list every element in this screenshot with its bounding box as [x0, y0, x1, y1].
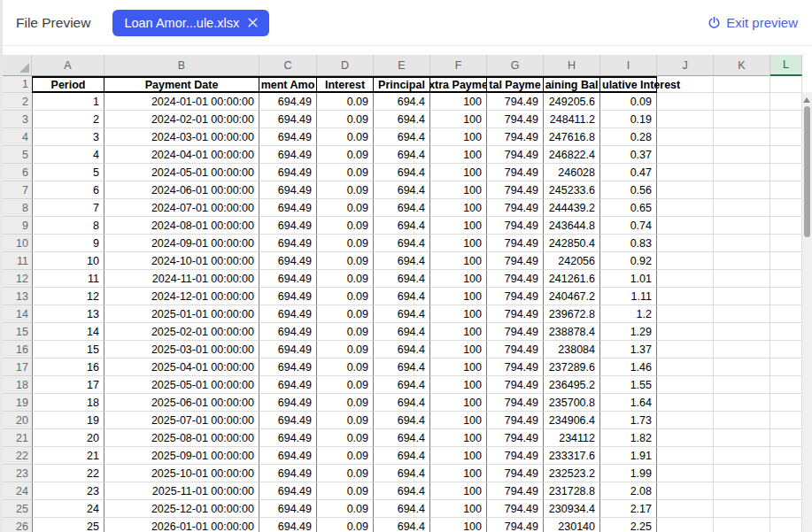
- cell-F7[interactable]: 100: [430, 181, 487, 199]
- cell-L20[interactable]: [770, 412, 802, 429]
- cell-A21[interactable]: 20: [32, 429, 104, 447]
- cell-K2[interactable]: [714, 93, 770, 111]
- cell-A7[interactable]: 6: [32, 181, 104, 199]
- cell-K8[interactable]: [714, 199, 770, 217]
- column-header-J[interactable]: J: [657, 55, 714, 76]
- cell-F24[interactable]: 100: [430, 482, 487, 500]
- row-header-20[interactable]: 20: [3, 412, 32, 429]
- cell-K25[interactable]: [714, 500, 770, 518]
- cell-L21[interactable]: [770, 429, 802, 447]
- cell-E6[interactable]: 694.4: [374, 164, 430, 181]
- cell-E16[interactable]: 694.4: [374, 341, 430, 359]
- cell-J9[interactable]: [657, 217, 714, 235]
- cell-K17[interactable]: [714, 359, 770, 376]
- cell-G9[interactable]: 794.49: [487, 217, 544, 235]
- cell-J23[interactable]: [657, 465, 714, 482]
- cell-I22[interactable]: 1.91: [600, 447, 657, 465]
- cell-C15[interactable]: 694.49: [259, 323, 317, 341]
- header-cell-I1[interactable]: ulative Interest: [600, 76, 657, 93]
- cell-H23[interactable]: 232523.2: [544, 465, 600, 482]
- cell-E10[interactable]: 694.4: [374, 235, 430, 252]
- row-header-17[interactable]: 17: [3, 359, 32, 376]
- cell-J2[interactable]: [657, 93, 714, 111]
- cell-G3[interactable]: 794.49: [487, 111, 544, 128]
- header-cell-C1[interactable]: ment Amo: [259, 76, 317, 93]
- row-header-18[interactable]: 18: [3, 376, 32, 394]
- cell-C18[interactable]: 694.49: [259, 376, 317, 394]
- cell-I17[interactable]: 1.46: [600, 359, 657, 376]
- cell-K4[interactable]: [714, 128, 770, 146]
- cell-A2[interactable]: 1: [32, 93, 104, 111]
- row-header-4[interactable]: 4: [3, 128, 32, 146]
- cell-J6[interactable]: [657, 164, 714, 181]
- cell-A16[interactable]: 15: [32, 341, 104, 359]
- cell-A23[interactable]: 22: [32, 465, 104, 482]
- cell-I4[interactable]: 0.28: [600, 128, 657, 146]
- row-header-3[interactable]: 3: [3, 111, 32, 128]
- cell-D6[interactable]: 0.09: [317, 164, 374, 181]
- cell-C4[interactable]: 694.49: [259, 128, 317, 146]
- cell-F16[interactable]: 100: [430, 341, 487, 359]
- cell-K23[interactable]: [714, 465, 770, 482]
- cell-I15[interactable]: 1.29: [600, 323, 657, 341]
- cell-F25[interactable]: 100: [430, 500, 487, 518]
- cell-G22[interactable]: 794.49: [487, 447, 544, 465]
- cell-J19[interactable]: [657, 394, 714, 412]
- cell-D19[interactable]: 0.09: [317, 394, 374, 412]
- cell-K16[interactable]: [714, 341, 770, 359]
- cell-H2[interactable]: 249205.6: [544, 93, 600, 111]
- column-header-K[interactable]: K: [714, 55, 770, 76]
- cell-K3[interactable]: [714, 111, 770, 128]
- cell-F23[interactable]: 100: [430, 465, 487, 482]
- cell-J12[interactable]: [657, 270, 714, 288]
- cell-D14[interactable]: 0.09: [317, 305, 374, 323]
- cell-A10[interactable]: 9: [32, 235, 104, 252]
- cell-K1[interactable]: [714, 76, 770, 93]
- cell-H15[interactable]: 238878.4: [544, 323, 600, 341]
- cell-K22[interactable]: [714, 447, 770, 465]
- cell-I5[interactable]: 0.37: [600, 146, 657, 164]
- cell-D17[interactable]: 0.09: [317, 359, 374, 376]
- cell-E26[interactable]: 694.4: [374, 518, 430, 532]
- row-header-8[interactable]: 8: [3, 199, 32, 217]
- row-header-19[interactable]: 19: [3, 394, 32, 412]
- cell-L12[interactable]: [770, 270, 802, 288]
- cell-A6[interactable]: 5: [32, 164, 104, 181]
- cell-A13[interactable]: 12: [32, 288, 104, 305]
- cell-L14[interactable]: [770, 305, 802, 323]
- cell-A15[interactable]: 14: [32, 323, 104, 341]
- cell-D3[interactable]: 0.09: [317, 111, 374, 128]
- cell-A19[interactable]: 18: [32, 394, 104, 412]
- row-header-16[interactable]: 16: [3, 341, 32, 359]
- cell-I13[interactable]: 1.11: [600, 288, 657, 305]
- cell-D18[interactable]: 0.09: [317, 376, 374, 394]
- cell-J5[interactable]: [657, 146, 714, 164]
- cell-D9[interactable]: 0.09: [317, 217, 374, 235]
- cell-J24[interactable]: [657, 482, 714, 500]
- cell-F9[interactable]: 100: [430, 217, 487, 235]
- cell-H8[interactable]: 244439.2: [544, 199, 600, 217]
- cell-F18[interactable]: 100: [430, 376, 487, 394]
- cell-I10[interactable]: 0.83: [600, 235, 657, 252]
- column-header-H[interactable]: H: [544, 55, 600, 76]
- cell-L5[interactable]: [770, 146, 802, 164]
- column-header-E[interactable]: E: [374, 55, 430, 76]
- cell-H18[interactable]: 236495.2: [544, 376, 600, 394]
- column-header-G[interactable]: G: [487, 55, 544, 76]
- cell-B23[interactable]: 2025-10-01 00:00:00: [104, 465, 259, 482]
- row-header-9[interactable]: 9: [3, 217, 32, 235]
- cell-E24[interactable]: 694.4: [374, 482, 430, 500]
- header-cell-F1[interactable]: xtra Payme: [430, 76, 487, 93]
- cell-F15[interactable]: 100: [430, 323, 487, 341]
- cell-E11[interactable]: 694.4: [374, 252, 430, 270]
- cell-J22[interactable]: [657, 447, 714, 465]
- cell-G21[interactable]: 794.49: [487, 429, 544, 447]
- cell-F11[interactable]: 100: [430, 252, 487, 270]
- cell-L7[interactable]: [770, 181, 802, 199]
- row-header-1[interactable]: 1: [3, 76, 32, 93]
- cell-D5[interactable]: 0.09: [317, 146, 374, 164]
- cell-B17[interactable]: 2025-04-01 00:00:00: [104, 359, 259, 376]
- cell-D25[interactable]: 0.09: [317, 500, 374, 518]
- cell-G17[interactable]: 794.49: [487, 359, 544, 376]
- cell-D23[interactable]: 0.09: [317, 465, 374, 482]
